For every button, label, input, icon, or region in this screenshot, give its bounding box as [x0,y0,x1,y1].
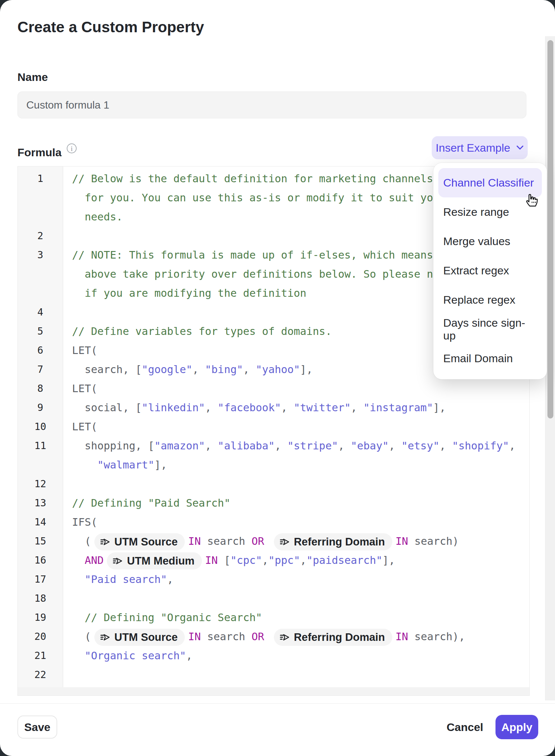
code-line[interactable]: ANDUTM MediumIN ["cpc","ppc","paidsearch… [63,551,529,570]
code-token: IN [188,535,201,548]
code-token: ], [154,459,167,471]
code-token: , [167,573,173,586]
menu-item-replace-regex[interactable]: Replace regex [438,285,542,315]
scrollbar-thumb[interactable] [547,40,553,419]
line-number: 17 [18,570,63,589]
code-token [72,459,97,471]
line-number [18,284,63,303]
code-line[interactable]: LET( [63,417,529,436]
apply-button[interactable]: Apply [496,715,538,739]
code-token: search) [408,535,459,548]
code-token: "facebook" [218,401,281,414]
code-token: search), [408,630,465,643]
code-line[interactable]: IFS( [63,513,529,532]
line-number: 4 [18,303,63,322]
save-button[interactable]: Save [17,716,57,739]
menu-item-days-since-sign-up[interactable]: Days since sign-up [438,315,542,344]
code-line[interactable] [63,474,529,493]
line-number: 6 [18,341,63,360]
code-token: , [205,440,218,452]
line-number: 10 [18,417,63,436]
code-token: "etsy" [401,440,439,452]
code-token: IN [395,535,409,548]
code-token: // Below is the default definition for m… [72,172,433,185]
line-number: 12 [18,474,63,493]
cancel-button[interactable]: Cancel [440,716,490,739]
property-chip-utm-source[interactable]: UTM Source [94,629,185,646]
code-line[interactable]: (UTM SourceIN search OR Referring Domain… [63,627,529,646]
code-token: above take priority over definitions bel… [72,268,439,280]
line-number: 9 [18,398,63,417]
menu-item-label: Days since sign-up [443,316,537,342]
code-token: , [275,440,288,452]
code-token: , [186,649,193,662]
code-token: LET( [72,382,97,395]
code-token: "twitter" [294,401,350,414]
property-chip-label: UTM Source [115,532,178,551]
property-chip-utm-medium[interactable]: UTM Medium [107,552,202,569]
menu-item-label: Channel Classifier [443,176,534,189]
insert-example-button[interactable]: Insert Example [432,136,528,159]
property-chip-label: Referring Domain [294,628,385,647]
code-line[interactable]: (UTM SourceIN search OR Referring Domain… [63,532,529,551]
name-label: Name [17,71,48,84]
code-token [264,535,270,548]
code-token [72,573,85,586]
menu-item-email-domain[interactable]: Email Domain [438,344,542,373]
property-chip-referring-domain[interactable]: Referring Domain [274,629,392,646]
code-token: , [351,401,364,414]
code-line[interactable]: shopping, ["amazon", "alibaba", "stripe"… [63,436,529,455]
code-line[interactable]: social, ["linkedin", "facebook", "twitte… [63,398,529,417]
property-cursor-icon [279,632,290,643]
editor-horizontal-scrollbar[interactable] [18,687,529,695]
line-number: 8 [18,379,63,398]
insert-example-menu: Channel ClassifierResize rangeMerge valu… [433,163,547,379]
line-number: 14 [18,513,63,532]
property-cursor-icon [99,632,111,643]
code-line[interactable] [63,665,529,684]
property-chip-utm-source[interactable]: UTM Source [94,533,185,550]
property-chip-referring-domain[interactable]: Referring Domain [274,533,392,550]
code-token: for you. You can use this as-is or modif… [72,192,446,204]
code-token: , [439,440,452,452]
code-line[interactable]: // Defining "Paid Search" [63,493,529,513]
hand-cursor-icon [524,191,541,208]
code-token: , [262,554,268,566]
line-number [18,188,63,207]
code-token: ( [72,535,91,548]
code-token: "linkedin" [142,401,205,414]
code-line[interactable]: "Organic search", [63,646,529,665]
line-number: 20 [18,627,63,646]
code-line[interactable]: "Paid search", [63,570,529,589]
code-token: if you are modifying the definition [72,287,306,300]
code-token: "Organic search" [85,649,186,662]
menu-item-extract-regex[interactable]: Extract regex [438,256,542,285]
code-token: "ebay" [351,440,389,452]
code-token: search [201,535,252,548]
code-token: , [509,440,515,452]
code-token: social, [ [72,401,142,414]
code-token: , [338,440,351,452]
line-number: 18 [18,589,63,608]
name-input-value: Custom formula 1 [26,99,110,111]
line-number [18,455,63,474]
apply-button-label: Apply [501,721,532,733]
formula-label: Formula [17,146,61,159]
code-token: "Paid search" [85,573,167,586]
property-cursor-icon [112,555,123,566]
code-token: // Defining "Organic Search" [72,611,262,624]
menu-item-label: Replace regex [443,293,515,306]
menu-item-merge-values[interactable]: Merge values [438,227,542,256]
line-number: 5 [18,322,63,341]
code-line[interactable]: LET( [63,379,529,398]
line-number: 16 [18,551,63,570]
code-line[interactable] [63,589,529,608]
code-token: "yahoo" [256,363,300,376]
name-input[interactable]: Custom formula 1 [17,91,526,118]
code-line[interactable]: // Defining "Organic Search" [63,608,529,627]
info-icon[interactable]: i [67,144,77,153]
line-number: 19 [18,608,63,627]
code-token: // Define variables for types of domains… [72,325,332,337]
code-token: "walmart" [97,459,154,471]
code-line[interactable]: "walmart"], [63,455,529,474]
